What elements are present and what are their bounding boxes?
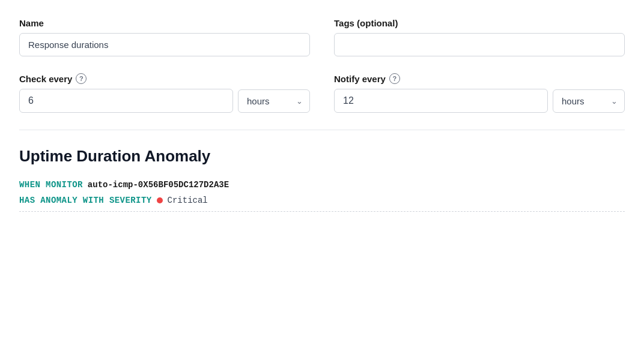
- has-anomaly-keyword: HAS ANOMALY WITH SEVERITY: [19, 196, 152, 205]
- name-input[interactable]: [19, 33, 310, 56]
- anomaly-title: Uptime Duration Anomaly: [19, 147, 625, 166]
- monitor-value: auto-icmp-0X56BF05DC127D2A3E: [88, 180, 229, 190]
- notify-every-label: Notify every: [334, 74, 386, 84]
- name-group: Name: [19, 18, 310, 56]
- form-section: Name Tags (optional) Check every ? minut…: [19, 18, 625, 113]
- check-every-label: Check every: [19, 74, 72, 84]
- notify-every-help-icon[interactable]: ?: [389, 73, 400, 84]
- when-monitor-keyword: WHEN MONITOR: [19, 180, 83, 190]
- tags-group: Tags (optional): [334, 18, 625, 56]
- notify-every-inputs: minutes hours days ⌄: [334, 89, 625, 113]
- check-every-inputs: minutes hours days ⌄: [19, 89, 310, 113]
- check-every-unit-select[interactable]: minutes hours days: [238, 89, 310, 113]
- when-monitor-line: WHEN MONITOR auto-icmp-0X56BF05DC127D2A3…: [19, 180, 625, 190]
- severity-dot-icon: [157, 197, 163, 203]
- name-label: Name: [19, 18, 310, 28]
- notify-every-group: Notify every ? minutes hours days ⌄: [334, 73, 625, 113]
- has-anomaly-line: HAS ANOMALY WITH SEVERITY Critical: [19, 196, 625, 205]
- check-every-group: Check every ? minutes hours days ⌄: [19, 73, 310, 113]
- notify-every-unit-wrapper: minutes hours days ⌄: [553, 89, 625, 113]
- severity-label: Critical: [168, 196, 208, 205]
- anomaly-section: Uptime Duration Anomaly WHEN MONITOR aut…: [19, 147, 625, 212]
- notify-every-value-input[interactable]: [334, 89, 548, 113]
- check-every-help-icon[interactable]: ?: [76, 73, 87, 84]
- tags-label: Tags (optional): [334, 18, 625, 28]
- bottom-divider: [19, 211, 625, 212]
- check-notify-row: Check every ? minutes hours days ⌄ Notif…: [19, 73, 625, 113]
- check-every-value-input[interactable]: [19, 89, 233, 113]
- tags-input[interactable]: [334, 33, 625, 56]
- notify-every-label-row: Notify every ?: [334, 73, 625, 84]
- section-divider: [19, 130, 625, 130]
- check-every-unit-wrapper: minutes hours days ⌄: [238, 89, 310, 113]
- check-every-label-row: Check every ?: [19, 73, 310, 84]
- notify-every-unit-select[interactable]: minutes hours days: [553, 89, 625, 113]
- name-tags-row: Name Tags (optional): [19, 18, 625, 56]
